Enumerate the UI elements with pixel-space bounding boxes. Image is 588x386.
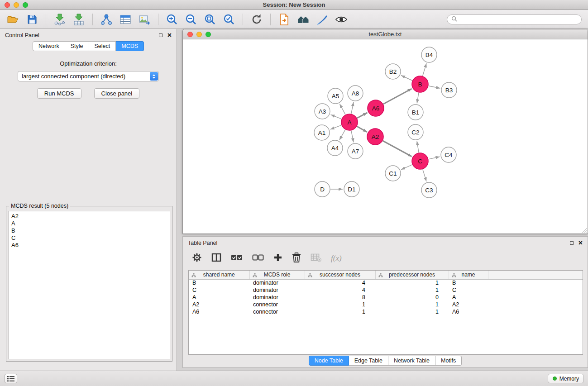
mcds-result-list[interactable]: A2ABCA6 — [8, 211, 170, 359]
new-network-icon[interactable] — [99, 12, 114, 27]
table-cell[interactable]: A — [189, 294, 249, 301]
mcds-result-item[interactable]: A2 — [11, 213, 167, 220]
node-B[interactable]: B — [412, 76, 428, 92]
close-window-button[interactable] — [5, 2, 10, 8]
home-icon[interactable] — [296, 12, 311, 27]
table-row[interactable]: A6connector11A6 — [189, 308, 583, 315]
table-cell[interactable]: 1 — [375, 286, 449, 294]
close-panel-button[interactable]: Close panel — [94, 88, 140, 99]
edge-C-C1[interactable] — [401, 165, 412, 170]
node-B3[interactable]: B3 — [441, 82, 457, 98]
mcds-result-item[interactable]: A6 — [11, 242, 167, 249]
table-cell[interactable]: dominator — [249, 294, 305, 301]
table-cell[interactable]: A6 — [189, 308, 249, 315]
edge-A-A3[interactable] — [331, 114, 342, 119]
node-C[interactable]: C — [412, 153, 428, 169]
table-cell[interactable]: 1 — [305, 308, 375, 315]
show-hide-eye-icon[interactable] — [334, 12, 349, 27]
tab-network-table[interactable]: Network Table — [388, 356, 435, 366]
mcds-result-item[interactable]: C — [11, 234, 167, 242]
table-row[interactable]: Bdominator41B — [189, 279, 583, 286]
node-A2[interactable]: A2 — [367, 129, 383, 145]
table-cell[interactable]: B — [449, 279, 488, 286]
tab-node-table[interactable]: Node Table — [309, 356, 349, 366]
resize-grip-icon[interactable] — [582, 228, 587, 233]
mcds-result-item[interactable]: B — [11, 227, 167, 234]
table-cell[interactable]: 1 — [375, 308, 449, 315]
table-cell[interactable]: A — [449, 294, 488, 301]
edge-B-B4[interactable] — [423, 63, 427, 76]
table-row[interactable]: A2connector11A2 — [189, 301, 583, 308]
edge-A-A7[interactable] — [351, 131, 354, 143]
table-cell[interactable]: A2 — [189, 301, 249, 308]
node-A5[interactable]: A5 — [328, 88, 343, 104]
table-cell[interactable]: 1 — [375, 301, 449, 308]
minimize-window-button[interactable] — [14, 2, 19, 8]
memory-button[interactable]: Memory — [548, 374, 584, 383]
edge-A-A8[interactable] — [351, 102, 354, 114]
table-cell[interactable]: 4 — [305, 279, 375, 286]
new-table-icon[interactable] — [118, 12, 133, 27]
zoom-selected-icon[interactable] — [221, 12, 237, 27]
search-box[interactable] — [447, 14, 582, 24]
close-panel-icon[interactable]: × — [167, 33, 172, 38]
edge-A2-C[interactable] — [383, 141, 412, 157]
tab-mcds[interactable]: MCDS — [116, 41, 144, 51]
node-table[interactable]: shared nameMCDS rolesuccessor nodesprede… — [188, 270, 583, 355]
edge-B-B3[interactable] — [429, 86, 440, 88]
refresh-network-icon[interactable] — [249, 12, 264, 27]
edge-A-A1[interactable] — [330, 125, 342, 129]
edge-B-B1[interactable] — [417, 93, 419, 104]
network-window-titlebar[interactable]: testGlobe.txt — [183, 29, 588, 39]
edge-A-A6[interactable] — [357, 113, 368, 118]
table-row[interactable]: Adominator80A — [189, 294, 583, 301]
table-cell[interactable]: A6 — [449, 308, 488, 315]
tab-select[interactable]: Select — [89, 41, 116, 51]
table-cell[interactable]: 8 — [305, 294, 375, 301]
table-cell[interactable]: 4 — [305, 286, 375, 294]
unselect-all-checkbox-icon[interactable] — [252, 254, 264, 263]
close-network-window-button[interactable] — [187, 32, 193, 37]
table-cell[interactable]: B — [189, 279, 249, 286]
table-cell[interactable]: C — [189, 286, 249, 294]
search-input[interactable] — [459, 16, 577, 23]
edge-A-A2[interactable] — [357, 126, 367, 132]
node-A4[interactable]: A4 — [327, 140, 343, 156]
table-cell[interactable]: dominator — [249, 279, 305, 286]
criterion-dropdown[interactable]: largest connected component (directed) — [18, 71, 159, 81]
edge-B-B2[interactable] — [401, 76, 412, 81]
function-builder-icon[interactable]: f(x) — [331, 254, 342, 263]
table-cell[interactable]: 1 — [305, 301, 375, 308]
gear-icon[interactable] — [192, 253, 202, 264]
node-D[interactable]: D — [315, 181, 330, 197]
zoom-window-button[interactable] — [23, 2, 28, 8]
select-all-checkbox-icon[interactable] — [231, 254, 243, 263]
zoom-fit-icon[interactable] — [202, 12, 218, 27]
edge-A6-B[interactable] — [383, 89, 412, 104]
open-session-doc-icon[interactable] — [277, 12, 292, 27]
network-canvas[interactable]: B4B2BB3A5A8A6B1A3AC2A1A2A4A7C4CC1C3DD1 — [183, 39, 588, 234]
add-row-plus-icon[interactable] — [273, 253, 282, 264]
import-network-icon[interactable] — [52, 12, 67, 27]
table-cell[interactable]: dominator — [249, 286, 305, 294]
zoom-in-icon[interactable] — [164, 12, 180, 27]
mcds-result-item[interactable]: A — [11, 220, 167, 227]
style-brush-icon[interactable] — [315, 12, 330, 27]
save-session-icon[interactable] — [24, 12, 40, 27]
tab-edge-table[interactable]: Edge Table — [349, 356, 388, 366]
table-cell[interactable]: connector — [249, 308, 305, 315]
zoom-out-icon[interactable] — [183, 12, 199, 27]
column-header-name[interactable]: name — [449, 271, 488, 279]
node-A6[interactable]: A6 — [368, 100, 384, 116]
edge-C-C3[interactable] — [423, 169, 426, 181]
node-B2[interactable]: B2 — [385, 64, 401, 79]
import-table-icon[interactable] — [71, 12, 86, 27]
tab-motifs[interactable]: Motifs — [435, 356, 462, 366]
edge-C-C2[interactable] — [417, 141, 419, 152]
open-file-icon[interactable] — [5, 12, 21, 27]
task-history-button[interactable] — [5, 374, 17, 383]
table-cell[interactable]: 1 — [375, 279, 449, 286]
node-C3[interactable]: C3 — [421, 182, 437, 198]
float-panel-icon[interactable] — [159, 33, 163, 37]
node-C2[interactable]: C2 — [408, 124, 423, 140]
